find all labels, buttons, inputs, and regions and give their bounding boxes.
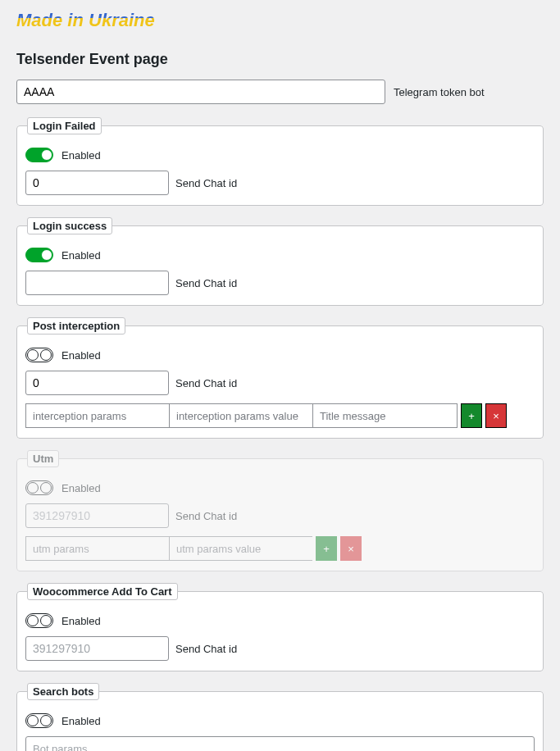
login-success-section: Login success Enabled Send Chat id bbox=[16, 217, 544, 306]
interception-params-value-input[interactable] bbox=[169, 403, 312, 428]
woo-chatid-input[interactable] bbox=[25, 636, 169, 661]
login-success-enabled-label: Enabled bbox=[61, 249, 101, 262]
post-interception-section: Post interception Enabled Send Chat id +… bbox=[16, 317, 544, 439]
token-row: Telegram token bot bbox=[16, 80, 544, 104]
bot-params-input[interactable] bbox=[25, 736, 535, 751]
login-failed-enabled-label: Enabled bbox=[61, 149, 101, 162]
post-interception-legend: Post interception bbox=[27, 317, 125, 335]
post-interception-toggle[interactable] bbox=[25, 348, 53, 362]
interception-title-input[interactable] bbox=[312, 403, 458, 428]
utm-chatid-input[interactable] bbox=[25, 503, 169, 528]
interception-remove-button[interactable]: × bbox=[485, 403, 507, 428]
login-success-legend: Login success bbox=[27, 217, 112, 234]
woo-toggle[interactable] bbox=[25, 613, 53, 628]
post-interception-chatid-label: Send Chat id bbox=[175, 377, 237, 389]
utm-toggle[interactable] bbox=[25, 480, 53, 495]
utm-legend: Utm bbox=[27, 450, 59, 467]
ukraine-banner: Made in Ukraine bbox=[16, 0, 155, 36]
login-success-chatid-label: Send Chat id bbox=[175, 277, 237, 289]
utm-add-button[interactable]: + bbox=[316, 536, 337, 561]
woo-enabled-label: Enabled bbox=[61, 615, 101, 627]
telegram-token-label: Telegram token bot bbox=[394, 86, 485, 98]
search-bots-enabled-label: Enabled bbox=[61, 715, 101, 727]
login-success-chatid-input[interactable] bbox=[25, 271, 169, 295]
woo-add-to-cart-legend: Woocommerce Add To Cart bbox=[27, 583, 178, 600]
telegram-token-input[interactable] bbox=[16, 80, 385, 104]
search-bots-section: Search bots Enabled bbox=[16, 683, 544, 751]
woo-chatid-label: Send Chat id bbox=[175, 643, 237, 655]
utm-section: Utm Enabled Send Chat id + × bbox=[16, 450, 544, 571]
login-failed-toggle[interactable] bbox=[25, 148, 53, 162]
post-interception-chatid-input[interactable] bbox=[25, 371, 169, 395]
interception-params-input[interactable] bbox=[25, 403, 169, 428]
search-bots-toggle[interactable] bbox=[25, 713, 53, 728]
utm-chatid-label: Send Chat id bbox=[175, 510, 237, 522]
login-failed-section: Login Failed Enabled Send Chat id bbox=[16, 117, 544, 206]
search-bots-legend: Search bots bbox=[27, 683, 99, 700]
login-success-toggle[interactable] bbox=[25, 248, 53, 262]
login-failed-chatid-label: Send Chat id bbox=[175, 177, 237, 189]
page-title: Telsender Event page bbox=[16, 51, 544, 68]
woo-add-to-cart-section: Woocommerce Add To Cart Enabled Send Cha… bbox=[16, 583, 544, 671]
login-failed-chatid-input[interactable] bbox=[25, 171, 169, 195]
utm-remove-button[interactable]: × bbox=[340, 536, 362, 561]
utm-params-value-input[interactable] bbox=[169, 536, 312, 561]
utm-enabled-label: Enabled bbox=[61, 482, 101, 494]
post-interception-enabled-label: Enabled bbox=[61, 349, 101, 362]
utm-params-input[interactable] bbox=[25, 536, 169, 561]
login-failed-legend: Login Failed bbox=[27, 117, 102, 134]
interception-add-button[interactable]: + bbox=[461, 403, 482, 428]
